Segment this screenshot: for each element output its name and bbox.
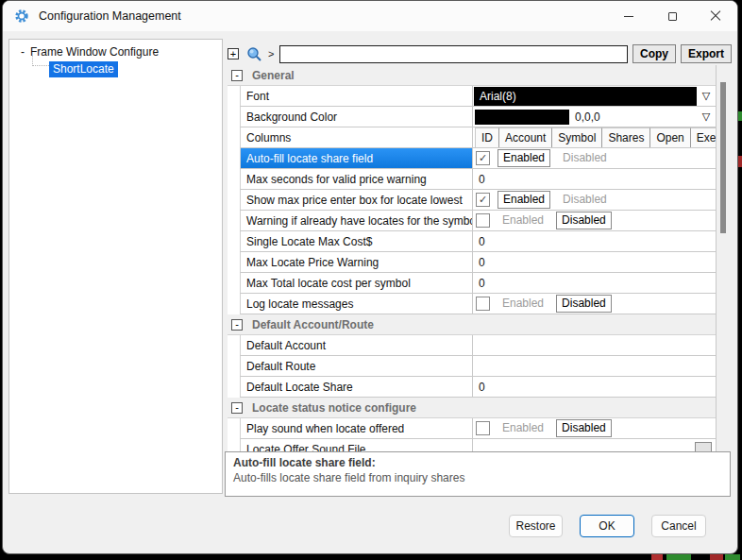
row-default-locate-share[interactable]: Default Locate Share 0 — [228, 377, 716, 398]
property-label: Play sound when locate offered — [240, 418, 472, 439]
search-input[interactable] — [279, 45, 628, 63]
configuration-management-dialog: Configuration Management - Frame Window … — [2, 0, 738, 554]
color-swatch[interactable] — [475, 110, 569, 125]
property-label-selected: Auto-fill locate share field — [240, 148, 472, 169]
disabled-option[interactable]: Disabled — [558, 150, 612, 166]
property-grid: - General Font Arial(8) ▽ Background Col… — [228, 65, 717, 451]
enabled-option[interactable]: Enabled — [497, 296, 548, 312]
expand-all-button[interactable]: + — [228, 48, 239, 59]
row-warning-already-have-locates[interactable]: Warning if already have locates for the … — [228, 211, 716, 231]
property-value[interactable]: 0 — [473, 173, 485, 186]
enabled-option[interactable]: Enabled — [497, 212, 548, 229]
row-font[interactable]: Font Arial(8) ▽ — [228, 86, 716, 107]
property-value[interactable]: 0 — [473, 235, 485, 248]
background-artifact — [666, 554, 691, 560]
row-autofill-locate-share[interactable]: Auto-fill locate share field ✓ Enabled D… — [228, 148, 716, 169]
column-chip[interactable]: Open — [650, 127, 690, 147]
checkbox-unchecked[interactable] — [476, 421, 490, 435]
column-chip[interactable]: Exe — [691, 127, 716, 147]
row-single-locate-max-cost[interactable]: Single Locate Max Cost$ 0 — [228, 231, 716, 252]
property-value[interactable]: 0 — [473, 381, 485, 394]
column-chip[interactable]: Symbol — [552, 127, 602, 147]
collapse-icon[interactable]: - — [231, 70, 243, 81]
restore-button[interactable]: Restore — [509, 515, 563, 537]
close-button[interactable] — [694, 1, 737, 31]
collapse-icon[interactable]: - — [231, 319, 243, 331]
enabled-option[interactable]: Enabled — [497, 191, 550, 209]
property-label: Default Route — [240, 356, 472, 377]
row-max-total-locate-cost[interactable]: Max Total locate cost per symbol 0 — [228, 273, 716, 294]
disabled-option[interactable]: Disabled — [556, 212, 612, 229]
checkbox-checked[interactable]: ✓ — [476, 151, 490, 165]
enabled-option[interactable]: Enabled — [497, 149, 550, 167]
property-label: Columns — [240, 127, 472, 148]
checkbox-unchecked[interactable] — [476, 213, 490, 228]
minimize-button[interactable] — [607, 1, 650, 31]
property-value[interactable]: 0 — [473, 256, 485, 269]
description-body: Auto-fills locate share field from inqui… — [233, 471, 722, 484]
background-artifact — [651, 554, 663, 560]
row-default-route[interactable]: Default Route — [228, 356, 716, 377]
row-show-max-price-enter-box[interactable]: Show max price enter box for locate lowe… — [228, 190, 716, 211]
property-label: Default Locate Share — [240, 377, 472, 398]
property-label: Default Account — [240, 335, 472, 356]
browse-button[interactable] — [695, 442, 712, 452]
row-columns[interactable]: Columns ID Account Symbol Shares Open Ex… — [228, 127, 716, 148]
disabled-option[interactable]: Disabled — [558, 192, 612, 208]
search-arrow-label: > — [268, 48, 274, 59]
gear-icon — [14, 8, 29, 24]
checkbox-unchecked[interactable] — [476, 297, 490, 311]
collapse-icon[interactable]: - — [231, 402, 243, 414]
checkbox-checked[interactable]: ✓ — [476, 193, 490, 207]
property-label: Locate Offer Sound File — [240, 439, 472, 451]
search-icon — [246, 46, 262, 62]
column-chip[interactable]: ID — [475, 127, 499, 147]
section-title: General — [252, 69, 295, 82]
property-label: Log locate messages — [240, 294, 472, 314]
property-value[interactable]: 0 — [473, 277, 485, 290]
row-locate-offer-sound-file[interactable]: Locate Offer Sound File — [228, 439, 716, 451]
row-max-locate-price-warning[interactable]: Max Locate Price Warning 0 — [228, 252, 716, 273]
property-label: Warning if already have locates for the … — [240, 211, 472, 231]
font-value[interactable]: Arial(8) — [474, 87, 697, 106]
row-default-account[interactable]: Default Account — [228, 335, 716, 356]
property-label: Background Color — [240, 107, 472, 127]
tree-connector-line — [32, 56, 49, 66]
row-max-seconds-valid-price[interactable]: Max seconds for valid price warning 0 — [228, 169, 716, 190]
title-bar[interactable]: Configuration Management — [3, 1, 737, 31]
tree-node-shortlocate-selected[interactable]: ShortLocate — [49, 61, 118, 77]
column-chip[interactable]: Account — [499, 127, 552, 147]
dropdown-icon[interactable]: ▽ — [697, 90, 716, 102]
disabled-option[interactable]: Disabled — [556, 295, 612, 313]
property-description-panel: Auto-fill locate share field: Auto-fills… — [225, 451, 731, 497]
row-background-color[interactable]: Background Color 0,0,0 ▽ — [228, 107, 716, 127]
property-label: Font — [240, 86, 472, 107]
property-label: Max Total locate cost per symbol — [240, 273, 472, 294]
scrollbar-thumb[interactable] — [720, 82, 726, 233]
minimize-icon — [624, 16, 633, 17]
tree-collapse-glyph[interactable]: - — [21, 45, 25, 59]
export-button[interactable]: Export — [681, 44, 732, 63]
maximize-icon — [668, 12, 677, 21]
disabled-option[interactable]: Disabled — [556, 419, 612, 437]
section-title: Default Account/Route — [252, 318, 374, 331]
grid-scrollbar[interactable] — [718, 65, 728, 448]
row-play-sound-when-locate-offered[interactable]: Play sound when locate offered Enabled D… — [228, 418, 716, 439]
copy-button[interactable]: Copy — [632, 44, 676, 63]
row-log-locate-messages[interactable]: Log locate messages Enabled Disabled — [228, 294, 716, 314]
property-label: Max Locate Price Warning — [240, 252, 472, 273]
column-chip[interactable]: Shares — [602, 127, 650, 147]
section-header-general[interactable]: - General — [228, 65, 716, 86]
section-header-default-account-route[interactable]: - Default Account/Route — [228, 314, 716, 335]
enabled-option[interactable]: Enabled — [497, 420, 548, 436]
ok-button[interactable]: OK — [580, 515, 634, 537]
dropdown-icon[interactable]: ▽ — [697, 110, 716, 123]
config-tree-panel: - Frame Window Configure ShortLocate — [8, 39, 223, 494]
cancel-button[interactable]: Cancel — [651, 515, 706, 537]
maximize-button[interactable] — [650, 1, 694, 31]
property-label: Max seconds for valid price warning — [240, 169, 472, 190]
section-header-locate-status-notice[interactable]: - Locate status notice configure — [228, 398, 716, 418]
property-label: Show max price enter box for locate lowe… — [240, 190, 472, 211]
tree-node-label[interactable]: Frame Window Configure — [30, 45, 159, 59]
background-artifact — [710, 554, 723, 560]
